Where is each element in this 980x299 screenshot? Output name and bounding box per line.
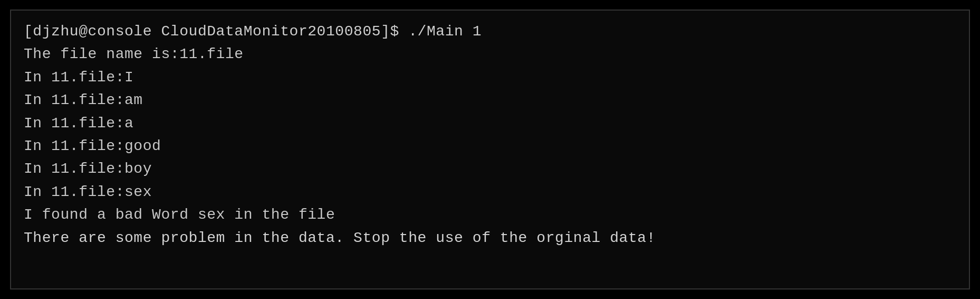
line-warning: There are some problem in the data. Stop… [24,227,956,249]
terminal-window: [djzhu@console CloudDataMonitor20100805]… [10,10,970,289]
line-in4: In 11.file:good [24,135,956,157]
line-in3: In 11.file:a [24,112,956,135]
line-in5: In 11.file:boy [24,157,956,180]
line-in1: In 11.file:I [24,66,956,89]
line-filename: The file name is:11.file [24,43,956,66]
line-found: I found a bad Word sex in the file [24,203,956,226]
line-prompt: [djzhu@console CloudDataMonitor20100805]… [24,20,956,43]
line-in2: In 11.file:am [24,89,956,111]
line-in6: In 11.file:sex [24,181,956,203]
